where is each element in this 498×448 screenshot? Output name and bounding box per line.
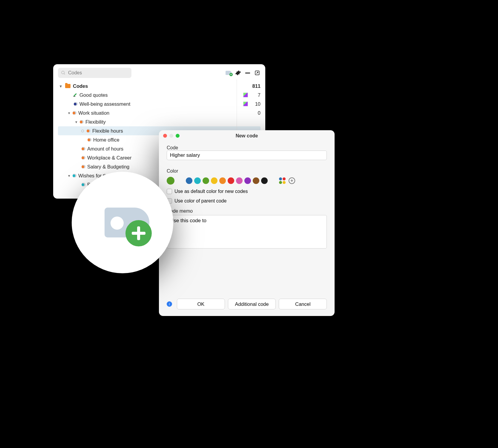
search-icon [61, 70, 66, 75]
chevron-down-icon[interactable]: ▾ [58, 84, 63, 88]
color-swatch[interactable] [244, 177, 251, 184]
tag-icon [96, 205, 149, 240]
more-colors-icon[interactable] [279, 177, 286, 184]
memo-badge-icon [243, 93, 248, 97]
gear-icon[interactable] [235, 70, 241, 76]
svg-line-1 [64, 73, 65, 74]
item-label: Well-being assessment [79, 101, 243, 107]
chevron-down-icon[interactable]: ▾ [66, 111, 72, 115]
color-swatch[interactable] [211, 177, 217, 184]
tag-icon [73, 102, 78, 106]
tag-icon [87, 138, 91, 142]
bullet-hollow-icon [81, 130, 84, 132]
code-field-label: Code [167, 145, 327, 149]
color-swatch[interactable] [228, 177, 234, 184]
memo-badge-icon [243, 102, 248, 106]
add-code-icon[interactable]: + [225, 70, 232, 76]
minimize-icon[interactable] [244, 70, 251, 76]
item-label: Flexibility [85, 119, 248, 125]
color-picker: + [167, 177, 327, 185]
item-count: 7 [248, 92, 261, 98]
selected-color-swatch[interactable] [167, 177, 174, 185]
memo-field-label: Code memo [167, 208, 327, 214]
tag-icon [81, 165, 85, 168]
svg-rect-3 [73, 96, 76, 97]
tag-icon [72, 174, 76, 177]
tag-icon [81, 183, 85, 186]
add-code-badge [72, 172, 173, 273]
color-swatch[interactable] [261, 177, 268, 184]
item-count: 0 [248, 110, 261, 116]
tag-icon [72, 111, 76, 115]
chevron-down-icon[interactable]: ▾ [73, 120, 79, 124]
color-field-label: Color [167, 168, 327, 174]
svg-point-0 [62, 71, 64, 74]
search-input[interactable] [68, 70, 128, 76]
tree-item-work-situation[interactable]: ▾ Work situation 0 [58, 108, 261, 117]
code-name-input[interactable] [167, 151, 327, 160]
color-swatch[interactable] [186, 177, 192, 184]
item-label: Good quotes [79, 92, 243, 98]
tree-item-good-quotes[interactable]: Good quotes 7 [58, 90, 261, 99]
minimize-window-icon[interactable] [169, 134, 173, 138]
color-swatch[interactable] [194, 177, 201, 184]
highlighter-icon [73, 92, 79, 98]
chevron-down-icon[interactable]: ▾ [66, 174, 72, 178]
zoom-window-icon[interactable] [176, 134, 180, 138]
search-input-wrapper[interactable] [58, 68, 131, 78]
memo-textarea[interactable] [167, 215, 327, 248]
plus-icon [125, 220, 152, 246]
tag-icon [81, 147, 85, 151]
dialog-title: New code [236, 133, 258, 139]
color-swatch[interactable] [203, 177, 209, 184]
tag-icon [81, 156, 85, 159]
color-swatch[interactable] [253, 177, 259, 184]
dialog-titlebar: New code [159, 130, 335, 142]
root-count: 811 [248, 83, 261, 89]
tag-icon [86, 129, 91, 133]
item-count: 10 [248, 101, 261, 107]
parent-color-label: Use color of parent code [174, 198, 226, 204]
cancel-button[interactable]: Cancel [279, 299, 327, 309]
tag-icon [79, 120, 84, 124]
add-color-icon[interactable]: + [289, 177, 295, 184]
folder-icon [65, 84, 71, 88]
tree-item-flexibility[interactable]: ▾ Flexibility [58, 117, 261, 126]
additional-code-button[interactable]: Additional code [228, 299, 276, 309]
default-color-label: Use as default color for new codes [174, 189, 248, 194]
tree-item-wellbeing[interactable]: Well-being assessment 10 [58, 99, 261, 108]
root-label: Codes [73, 83, 248, 89]
ok-button[interactable]: OK [177, 299, 225, 309]
close-window-icon[interactable] [163, 134, 167, 138]
color-swatch[interactable] [219, 177, 226, 184]
default-color-checkbox[interactable] [167, 189, 172, 194]
color-swatch[interactable] [236, 177, 243, 184]
new-code-dialog: New code Code Color + Use as default col… [159, 130, 335, 316]
info-icon[interactable]: i [167, 301, 172, 307]
popout-icon[interactable] [254, 70, 261, 76]
tree-root[interactable]: ▾ Codes 811 [58, 82, 261, 90]
item-label: Work situation [78, 110, 248, 116]
